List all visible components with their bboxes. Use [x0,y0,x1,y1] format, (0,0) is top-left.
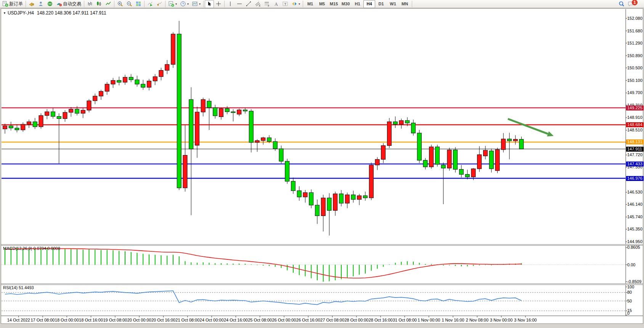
macd-panel[interactable] [1,246,625,283]
mt4-application: 新订单自动交易▾▾▾EFAT▾M1M5M15M30H1H4D1W1MN1 ▼US… [0,0,644,328]
time-axis[interactable] [1,316,625,323]
rsi-panel[interactable] [1,285,625,315]
main-price-panel[interactable] [1,9,625,244]
price-axis[interactable] [626,9,644,316]
